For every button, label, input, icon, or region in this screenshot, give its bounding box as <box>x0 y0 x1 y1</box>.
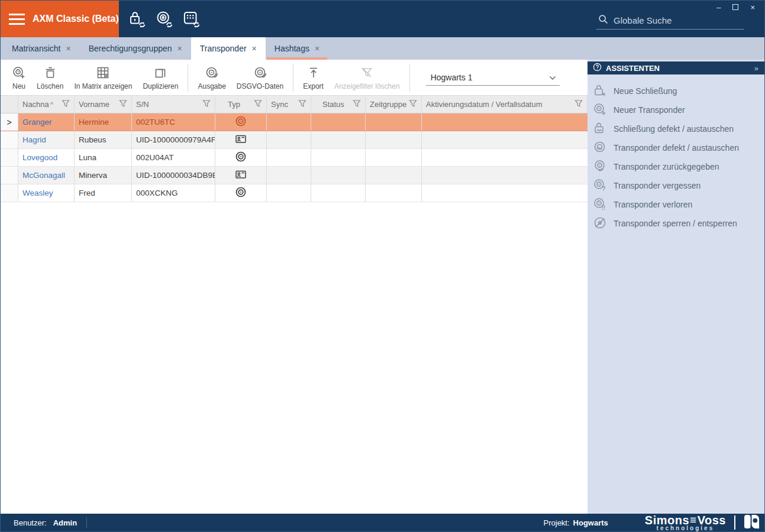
assistant-lock-defect[interactable]: Schließung defekt / austauschen <box>593 119 762 138</box>
tab-transponder[interactable]: Transponder × <box>191 37 266 60</box>
search-placeholder: Globale Suche <box>614 15 672 25</box>
column-header-aktivierungsdatum[interactable]: Aktivierungsdatum / Verfallsdatum <box>422 96 588 113</box>
app-brand: AXM Classic (Beta) <box>1 1 119 37</box>
transponder-add-icon <box>593 102 607 118</box>
serial-cell: UID-1000000034DB9B <box>136 171 215 180</box>
assistant-transponder-lost[interactable]: !! Transponder verloren <box>593 195 762 214</box>
sort-asc-icon: ^ <box>50 100 54 109</box>
column-header-typ[interactable]: Typ <box>215 96 267 113</box>
filter-funnel-icon[interactable] <box>119 99 127 109</box>
tab-berechtigungsgruppen[interactable]: Berechtigungsgruppen × <box>80 37 191 60</box>
user-name: Admin <box>53 518 77 527</box>
app-title: AXM Classic (Beta) <box>33 14 119 24</box>
table-row[interactable]: Hagrid Rubeus UID-10000000979A4F9 <box>1 131 588 149</box>
assistant-transponder-returned[interactable]: Transponder zurückgegeben <box>593 157 762 176</box>
table-row[interactable]: McGonagall Minerva UID-1000000034DB9B <box>1 167 588 184</box>
export-button[interactable]: Export <box>298 63 329 93</box>
maximize-icon[interactable] <box>732 4 738 11</box>
tab-close-icon[interactable]: × <box>177 44 182 53</box>
lastname-link[interactable]: Weasley <box>22 189 53 197</box>
lock-defect-icon <box>593 121 607 137</box>
table-header-row: Nachna^ Vorname S/N <box>1 95 588 113</box>
assistant-transponder-block[interactable]: Transponder sperren / entsperren <box>593 214 762 233</box>
assistant-transponder-defect[interactable]: Transponder defekt / austauschen <box>593 138 762 157</box>
transponder-block-icon <box>593 216 607 232</box>
firstname-cell: Luna <box>79 153 96 162</box>
assistants-header[interactable]: ASSISTENTEN » <box>588 61 764 74</box>
tab-close-icon[interactable]: × <box>252 44 257 53</box>
column-header-vorname[interactable]: Vorname <box>75 96 132 113</box>
serial-cell: 002TU6TC <box>136 118 175 126</box>
gdpr-data-button[interactable]: DSGVO-Daten <box>231 63 289 93</box>
hamburger-menu-icon[interactable] <box>9 14 25 25</box>
transponder-lost-icon: !! <box>593 197 607 213</box>
transponder-return-icon <box>593 159 607 175</box>
tab-hashtags[interactable]: Hashtags × <box>266 37 328 60</box>
pinpad-sync-icon[interactable] <box>183 10 201 28</box>
clear-display-filter-button[interactable]: Anzeigefilter löschen <box>329 63 405 93</box>
statusbar-separator <box>86 517 87 528</box>
tab-bar: Matrixansicht × Berechtigungsgruppen × T… <box>1 37 764 60</box>
card-icon <box>235 168 247 182</box>
lock-system-dropdown[interactable]: Hogwarts 1 <box>426 71 560 86</box>
table-row[interactable]: Weasley Fred 000XCKNG <box>1 184 588 202</box>
serial-cell: 002U04AT <box>136 153 174 162</box>
app-window: AXM Classic (Beta) <box>0 0 765 532</box>
column-header-sync[interactable]: Sync <box>267 96 311 113</box>
lastname-link[interactable]: Hagrid <box>22 135 46 144</box>
filter-funnel-icon[interactable] <box>353 99 361 109</box>
lastname-link[interactable]: McGonagall <box>22 171 65 180</box>
filter-funnel-icon[interactable] <box>62 99 70 109</box>
table-empty-area <box>1 202 588 514</box>
simonsvoss-brand: Simons≡Voss technologies <box>645 514 760 531</box>
project-status: Projekt: Hogwarts <box>544 518 608 527</box>
assistant-new-lock[interactable]: Neue Schließung <box>593 82 762 100</box>
column-header-sn[interactable]: S/N <box>132 96 215 113</box>
table-row[interactable]: > Granger Hermine 002TU6TC <box>1 113 588 131</box>
firstname-cell: Rubeus <box>79 135 106 144</box>
transponder-sync-icon[interactable] <box>156 10 173 28</box>
firstname-cell: Minerva <box>79 171 107 180</box>
serial-cell: UID-10000000979A4F9 <box>136 135 215 144</box>
lastname-link[interactable]: Lovegood <box>22 153 57 162</box>
assistant-new-transponder[interactable]: Neuer Transponder <box>593 100 762 119</box>
global-search-input[interactable]: Globale Suche <box>596 14 744 30</box>
show-in-matrix-button[interactable]: In Matrix anzeigen <box>69 63 137 93</box>
filter-funnel-icon[interactable] <box>409 99 417 109</box>
svg-text:?: ? <box>602 186 606 192</box>
lastname-link[interactable]: Granger <box>22 118 52 126</box>
filter-funnel-icon[interactable] <box>298 99 306 109</box>
search-icon <box>598 14 608 27</box>
tab-close-icon[interactable]: × <box>315 44 319 53</box>
user-status: Benutzer: Admin <box>14 518 77 527</box>
output-button[interactable]: Ausgabe <box>192 63 231 93</box>
column-header-nachname[interactable]: Nachna^ <box>18 96 75 113</box>
filter-funnel-icon[interactable] <box>202 99 211 109</box>
titlebar-quick-actions <box>128 1 201 37</box>
firstname-cell: Hermine <box>79 118 109 126</box>
filter-funnel-icon[interactable] <box>574 99 583 109</box>
transponder-icon <box>235 115 247 129</box>
tab-close-icon[interactable]: × <box>66 44 70 53</box>
delete-button[interactable]: Löschen <box>31 63 69 93</box>
new-transponder-button[interactable]: Neu <box>7 63 31 93</box>
titlebar: AXM Classic (Beta) <box>1 1 764 37</box>
transponder-defect-icon <box>593 140 607 156</box>
duplicate-button[interactable]: Duplizieren <box>137 63 183 93</box>
minimize-icon[interactable]: – <box>716 4 721 11</box>
close-icon[interactable]: × <box>750 4 755 11</box>
column-header-zeitgruppe[interactable]: Zeitgruppe <box>366 96 422 113</box>
lock-sync-icon[interactable] <box>128 10 146 28</box>
help-circle-icon <box>593 63 602 73</box>
tab-matrixansicht[interactable]: Matrixansicht × <box>3 37 80 60</box>
chevron-down-icon <box>549 73 556 82</box>
table-row[interactable]: Lovegood Luna 002U04AT <box>1 149 588 167</box>
triple-bar-icon: ≡ <box>690 514 697 525</box>
lock-add-icon <box>593 83 607 99</box>
assistant-transponder-forgotten[interactable]: ? Transponder vergessen <box>593 176 762 195</box>
card-icon <box>235 133 247 147</box>
filter-funnel-icon[interactable] <box>254 99 262 109</box>
double-chevron-right-icon[interactable]: » <box>754 64 759 73</box>
column-header-status[interactable]: Status <box>311 96 366 113</box>
selector-header-cell <box>1 96 18 113</box>
